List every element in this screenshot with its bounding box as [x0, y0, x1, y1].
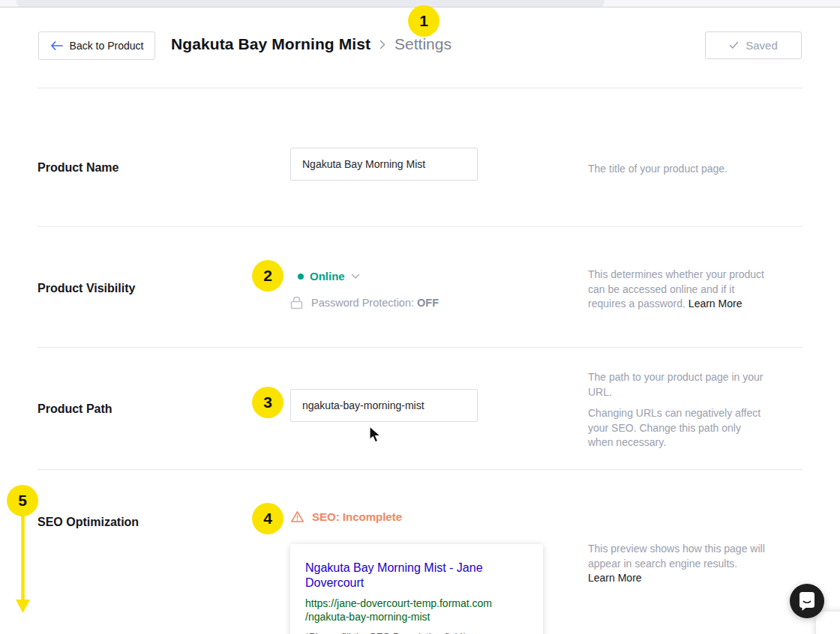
- back-button-label: Back to Product: [70, 40, 144, 52]
- saved-button-label: Saved: [746, 39, 778, 52]
- breadcrumb-current-settings: Settings: [394, 35, 452, 53]
- learn-more-link[interactable]: Learn More: [588, 572, 642, 584]
- annotation-badge-3: 3: [252, 387, 284, 418]
- chat-launcher-button[interactable]: [790, 584, 824, 618]
- product-name-label: Product Name: [38, 161, 118, 175]
- seo-optimization-label: SEO Optimization: [38, 516, 139, 529]
- chat-bubble-icon: [799, 591, 816, 611]
- annotation-arrow-down: [13, 516, 34, 619]
- chevron-right-icon: [380, 40, 386, 49]
- password-protection-row[interactable]: Password Protection: OFF: [290, 296, 439, 310]
- annotation-badge-4: 4: [252, 503, 284, 534]
- product-settings-page: Back to Product Ngakuta Bay Morning Mist…: [0, 0, 840, 634]
- divider: [38, 347, 802, 348]
- page-title: Ngakuta Bay Morning Mist: [171, 35, 370, 53]
- annotation-badge-2: 2: [252, 260, 284, 292]
- warning-triangle-icon: [290, 510, 304, 523]
- password-protection-value: OFF: [417, 297, 439, 309]
- serp-title-link[interactable]: Ngakuta Bay Morning Mist - Jane Dovercou…: [305, 561, 532, 591]
- annotation-badge-5: 5: [7, 485, 38, 516]
- product-visibility-label: Product Visibility: [38, 282, 135, 295]
- seo-status-text: SEO: Incomplete: [312, 510, 402, 523]
- serp-description-note: *Please fill the SEO Description field*: [305, 631, 528, 634]
- product-name-help: The title of your product page.: [588, 162, 765, 177]
- password-protection-text: Password Protection: OFF: [311, 297, 439, 309]
- visibility-help: This determines whether your product can…: [588, 268, 765, 312]
- product-name-input[interactable]: [290, 148, 478, 181]
- path-help-paragraph: The path to your product page in your UR…: [588, 370, 765, 399]
- seo-help: This preview shows how this page will ap…: [588, 542, 765, 586]
- visibility-status: Online: [310, 270, 345, 283]
- bottom-right-panel-corner: [816, 612, 840, 634]
- product-path-help: The path to your product page in your UR…: [588, 370, 765, 450]
- lock-icon: [290, 296, 303, 310]
- chevron-down-icon: [351, 274, 360, 280]
- serp-url: https://jane-dovercourt-temp.format.com …: [305, 597, 528, 624]
- product-path-input[interactable]: [290, 389, 478, 422]
- search-result-preview-card: Ngakuta Bay Morning Mist - Jane Dovercou…: [290, 544, 543, 634]
- annotation-badge-1: 1: [408, 5, 440, 37]
- divider: [38, 88, 802, 88]
- path-help-paragraph: Changing URLs can negatively affect your…: [588, 406, 765, 450]
- arrow-left-icon: [50, 41, 63, 50]
- mouse-cursor: [369, 426, 382, 447]
- online-status-dot: [298, 274, 304, 280]
- product-path-label: Product Path: [38, 402, 112, 416]
- divider: [38, 226, 802, 227]
- seo-status[interactable]: SEO: Incomplete: [290, 510, 402, 523]
- breadcrumb: Ngakuta Bay Morning Mist Settings: [171, 35, 452, 53]
- learn-more-link[interactable]: Learn More: [688, 298, 742, 310]
- visibility-dropdown[interactable]: Online: [298, 270, 360, 283]
- saved-button[interactable]: Saved: [705, 31, 802, 59]
- back-to-product-button[interactable]: Back to Product: [38, 31, 155, 60]
- divider: [38, 469, 802, 470]
- scrollbar-thumb[interactable]: [16, 0, 604, 7]
- check-icon: [729, 41, 739, 49]
